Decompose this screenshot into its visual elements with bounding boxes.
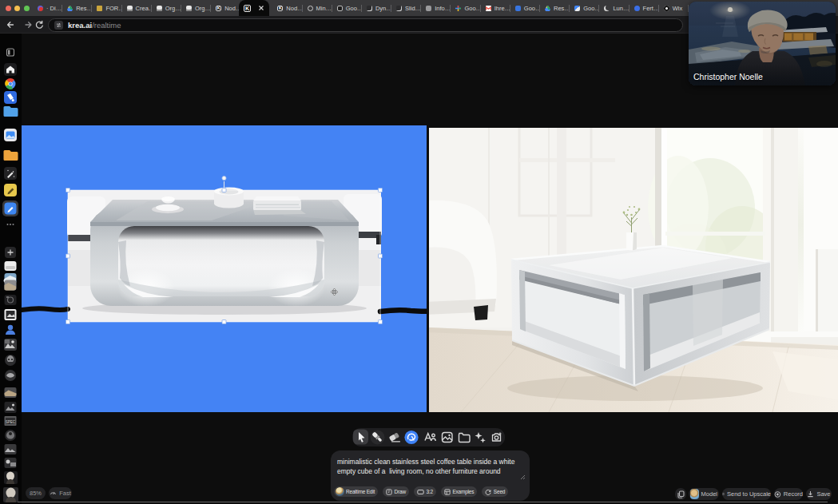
- svg-text:SPEC: SPEC: [6, 420, 16, 424]
